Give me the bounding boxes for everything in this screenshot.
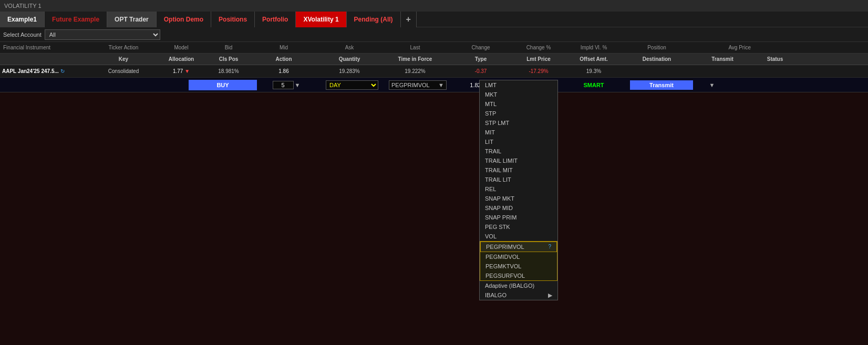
tab-bar: Example1 Future Example OPT Trader Optio…	[0, 12, 868, 27]
dropdown-item-vol[interactable]: VOL	[480, 232, 557, 241]
title-bar: VOLATILITY 1	[0, 0, 868, 12]
quantity-cell: ▼	[255, 81, 318, 89]
tab-add[interactable]: +	[401, 12, 417, 27]
refresh-icon[interactable]: ↻	[60, 68, 65, 74]
header-row1: Financial Instrument Ticker Action Model…	[0, 42, 868, 54]
ibalgo-arrow: ▶	[548, 292, 552, 299]
header-ticker-action: Ticker Action	[92, 45, 155, 50]
dropdown-item-mit[interactable]: MIT	[480, 128, 557, 137]
dropdown-item-mkt[interactable]: MKT	[480, 90, 557, 99]
header-last: Last	[381, 45, 449, 50]
dropdown-peg-group: PEGPRIMVOL ? PEGMIDVOL PEGMKTVOL PEGSURF…	[480, 241, 557, 281]
dropdown-item-mtl[interactable]: MTL	[480, 99, 557, 109]
header-action: Action	[250, 56, 318, 62]
account-row: Select Account All	[0, 27, 868, 42]
dropdown-item-snap-prim[interactable]: SNAP PRIM	[480, 213, 557, 222]
tab-example1[interactable]: Example1	[0, 12, 45, 27]
type-value: PEGPRIMVOL	[391, 82, 430, 88]
header-destination: Destination	[623, 56, 691, 62]
tab-portfolio[interactable]: Portfolio	[255, 12, 296, 27]
dropdown-item-rel[interactable]: REL	[480, 184, 557, 194]
dropdown-item-pegprimvol[interactable]: PEGPRIMVOL ?	[480, 242, 557, 252]
buy-action-cell: BUY	[187, 78, 255, 92]
tif-cell: DAY	[318, 80, 386, 90]
buy-button[interactable]: BUY	[189, 80, 257, 90]
transmit-cell: Transmit	[628, 78, 691, 92]
dropdown-item-lmt[interactable]: LMT	[480, 80, 557, 90]
header-status: Status	[754, 56, 796, 62]
tab-volatility1[interactable]: XVolatility 1	[296, 12, 346, 27]
tab-opt-trader[interactable]: OPT Trader	[107, 12, 157, 27]
header-offset-amt: Offset Amt.	[565, 56, 623, 62]
header-bid: Bid	[208, 45, 250, 50]
header-change: Change	[449, 45, 512, 50]
transmit-button[interactable]: Transmit	[630, 80, 693, 90]
order-entry-row: BUY ▼ DAY PEGPRIMVOL ▼ 1.82 0.0100% SMAR…	[0, 78, 868, 92]
header-time-in-force: Time in Force	[381, 56, 449, 62]
header-model: Model	[155, 45, 208, 50]
header-allocation: Allocation	[155, 56, 208, 62]
header-key: Key	[92, 56, 155, 62]
cell-qty-pct: 19.283%	[318, 68, 381, 74]
help-icon[interactable]: ?	[548, 244, 551, 249]
type-cell: PEGPRIMVOL ▼	[386, 80, 449, 90]
status-cell: ▼	[691, 82, 733, 88]
cell-bid: 1.77 ▼	[155, 68, 208, 74]
dropdown-item-lit[interactable]: LIT	[480, 137, 557, 147]
dropdown-item-ibalgo[interactable]: IBALGO ▶	[480, 290, 557, 300]
cell-ask: 1.86	[250, 68, 318, 74]
header-row2: Key Allocation Cls Pos Action Quantity T…	[0, 54, 868, 65]
table-row: AAPL Jan24'25 247.5... ↻ Consolidated 1.…	[0, 65, 868, 78]
dropdown-item-peg-stk[interactable]: PEG STK	[480, 222, 557, 232]
dropdown-item-snap-mid[interactable]: SNAP MID	[480, 203, 557, 213]
header-ask: Ask	[318, 45, 381, 50]
type-dropdown-button[interactable]: PEGPRIMVOL ▼	[389, 80, 447, 90]
header-change-pct: Change %	[512, 45, 565, 50]
tif-select[interactable]: DAY	[326, 80, 378, 90]
type-dropdown-menu: LMT MKT MTL STP STP LMT MIT LIT TRAIL TR…	[479, 80, 558, 300]
quantity-input[interactable]	[273, 81, 294, 89]
cell-mid: 18.981%	[208, 68, 250, 74]
dropdown-item-trail[interactable]: TRAIL	[480, 147, 557, 156]
header-quantity: Quantity	[318, 56, 381, 62]
ticker-text: AAPL Jan24'25 247.5...	[2, 68, 59, 74]
dropdown-item-trail-limit[interactable]: TRAIL LIMIT	[480, 156, 557, 165]
cell-impld: 19.3%	[565, 68, 623, 74]
cell-consolidated: Consolidated	[92, 68, 155, 74]
dropdown-item-pegmidvol[interactable]: PEGMIDVOL	[480, 252, 557, 262]
header-mid: Mid	[250, 45, 318, 50]
header-transmit: Transmit	[691, 56, 754, 62]
header-avg-price: Avg Price	[691, 45, 754, 50]
dropdown-item-trail-mit[interactable]: TRAIL MIT	[480, 165, 557, 175]
type-dropdown-arrow: ▼	[438, 82, 444, 88]
dropdown-item-pegmktvol[interactable]: PEGMKTVOL	[480, 262, 557, 271]
header-lmt-price: Lmt Price	[512, 56, 565, 62]
cell-tif-pct: 19.222%	[381, 68, 449, 74]
quantity-arrow[interactable]: ▼	[295, 82, 301, 88]
dropdown-item-pegsurfvol[interactable]: PEGSURFVOL	[480, 271, 557, 280]
tab-pending-all[interactable]: Pending (All)	[347, 12, 401, 27]
account-label: Select Account	[3, 32, 42, 38]
dropdown-item-adaptive[interactable]: Adaptive (IBALGO)	[480, 281, 557, 290]
header-financial-instrument: Financial Instrument	[0, 45, 92, 50]
header-impld: Impld Vl. %	[565, 45, 623, 50]
tab-future-example[interactable]: Future Example	[45, 12, 107, 27]
dropdown-item-snap-mkt[interactable]: SNAP MKT	[480, 194, 557, 203]
dropdown-item-stp[interactable]: STP	[480, 109, 557, 118]
destination-cell: SMART	[560, 82, 628, 88]
header-position: Position	[623, 45, 691, 50]
title-label: VOLATILITY 1	[4, 3, 42, 9]
dropdown-item-trail-lit[interactable]: TRAIL LIT	[480, 175, 557, 184]
cell-change: -0.37	[449, 68, 512, 74]
dropdown-item-stp-lmt[interactable]: STP LMT	[480, 118, 557, 128]
cell-change-pct: -17.29%	[512, 68, 565, 74]
tab-positions[interactable]: Positions	[211, 12, 255, 27]
header-cls-pos: Cls Pos	[208, 56, 250, 62]
tab-option-demo[interactable]: Option Demo	[157, 12, 211, 27]
header-type: Type	[449, 56, 512, 62]
account-select[interactable]: All	[45, 29, 160, 40]
cell-instrument: AAPL Jan24'25 247.5... ↻	[0, 68, 92, 74]
